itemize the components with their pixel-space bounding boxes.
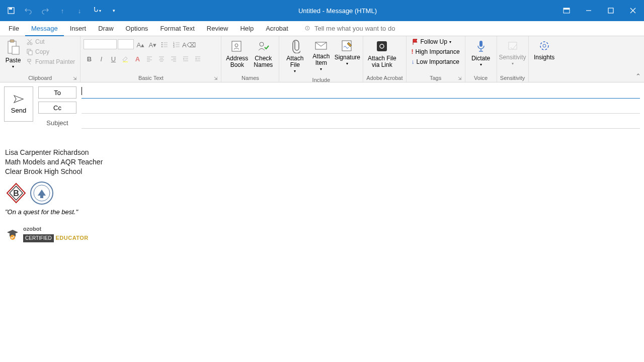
attach-via-link-label: Attach File via Link: [367, 55, 396, 68]
tab-options[interactable]: Options: [120, 22, 154, 35]
italic-button[interactable]: I: [96, 53, 107, 64]
svg-rect-59: [479, 41, 482, 47]
up-arrow-icon[interactable]: ↑: [56, 5, 68, 17]
cc-button[interactable]: Cc: [38, 102, 76, 114]
tell-me-search[interactable]: [304, 25, 415, 32]
group-include: Attach File▾ Attach Item▾ Signature▾ Inc…: [279, 36, 363, 82]
svg-rect-13: [10, 40, 14, 42]
follow-up-button[interactable]: Follow Up▾: [410, 37, 462, 46]
basic-text-label: Basic Text: [138, 75, 164, 81]
numbering-button[interactable]: 123: [171, 39, 182, 50]
tab-draw[interactable]: Draw: [92, 22, 119, 35]
school-b-logo-icon: B: [5, 182, 27, 204]
group-tags: Follow Up▾ ! High Importance ↓ Low Impor…: [407, 36, 465, 82]
maximize-button[interactable]: [600, 4, 622, 18]
dictate-label: Dictate: [471, 55, 490, 62]
tab-help[interactable]: Help: [234, 22, 260, 35]
clear-formatting-button[interactable]: A⌫: [183, 39, 194, 50]
grad-cap-icon: [5, 226, 20, 241]
paste-button[interactable]: Paste ▾: [3, 37, 23, 71]
attach-item-label: Attach Item: [309, 53, 333, 66]
tags-launcher[interactable]: ⇲: [458, 76, 462, 81]
group-adobe: Attach File via Link Adobe Acrobat: [363, 36, 406, 82]
tab-review[interactable]: Review: [201, 22, 234, 35]
low-importance-button[interactable]: ↓ Low Importance: [410, 57, 462, 66]
font-name-select[interactable]: [84, 39, 117, 49]
tab-file[interactable]: File: [3, 22, 25, 35]
address-book-button[interactable]: Address Book: [224, 37, 250, 70]
svg-point-2: [94, 7, 95, 8]
high-importance-label: High Importance: [416, 48, 460, 55]
ozobot-educator: EDUCATOR: [56, 235, 89, 241]
compose-header: Send To Cc Subject: [0, 82, 644, 133]
ribbon-display-button[interactable]: [555, 4, 578, 18]
sensitivity-group-label: Sensitivity: [500, 74, 525, 82]
touch-mouse-button[interactable]: ▾: [91, 5, 103, 17]
clipboard-launcher[interactable]: ⇲: [73, 76, 77, 81]
cc-input[interactable]: [82, 102, 640, 114]
tab-message[interactable]: Message: [25, 22, 64, 36]
sensitivity-button[interactable]: Sensitivity▾: [500, 37, 525, 68]
font-size-select[interactable]: [118, 39, 134, 49]
cut-button[interactable]: Cut: [24, 37, 77, 46]
tab-insert[interactable]: Insert: [64, 22, 93, 35]
attach-file-button[interactable]: Attach File▾: [282, 37, 307, 76]
collapse-ribbon-button[interactable]: ⌃: [635, 72, 641, 80]
svg-point-22: [162, 42, 163, 43]
high-importance-button[interactable]: ! High Importance: [410, 47, 462, 56]
adobe-label: Adobe Acrobat: [366, 74, 403, 82]
follow-up-label: Follow Up: [421, 38, 447, 45]
format-painter-label: Format Painter: [35, 58, 75, 65]
svg-rect-1: [9, 8, 12, 10]
svg-point-55: [260, 42, 264, 46]
to-button[interactable]: To: [38, 86, 76, 99]
minimize-button[interactable]: [578, 4, 600, 18]
svg-point-16: [30, 43, 32, 45]
school-seal-icon: [29, 180, 54, 206]
close-button[interactable]: [622, 4, 644, 18]
message-body[interactable]: Lisa Carpenter Richardson Math Models an…: [0, 133, 644, 247]
bold-button[interactable]: B: [84, 53, 95, 64]
align-center-button[interactable]: [156, 53, 167, 64]
check-names-label: Check Names: [252, 55, 275, 68]
svg-text:3: 3: [173, 45, 175, 48]
down-arrow-icon[interactable]: ↓: [73, 5, 86, 17]
dictate-button[interactable]: Dictate▾: [468, 37, 494, 69]
check-names-button[interactable]: Check Names: [251, 37, 276, 70]
qat-customize-button[interactable]: ▾: [108, 5, 120, 17]
font-color-button[interactable]: A: [132, 53, 143, 64]
attach-via-link-button[interactable]: Attach File via Link: [366, 37, 397, 70]
format-painter-button[interactable]: Format Painter: [24, 57, 77, 66]
tab-format-text[interactable]: Format Text: [154, 22, 200, 35]
signature-label: Signature: [335, 54, 360, 61]
signature-button[interactable]: Signature▾: [335, 37, 360, 68]
tags-label: Tags: [430, 75, 441, 81]
svg-rect-6: [608, 8, 613, 13]
svg-text:B: B: [13, 189, 19, 198]
subject-input[interactable]: [82, 117, 640, 129]
align-left-button[interactable]: [144, 53, 155, 64]
save-button[interactable]: [5, 5, 17, 17]
tab-acrobat[interactable]: Acrobat: [260, 22, 294, 35]
to-input[interactable]: [82, 86, 640, 99]
send-button[interactable]: Send: [4, 86, 33, 122]
shrink-font-button[interactable]: A▾: [147, 39, 158, 50]
grow-font-button[interactable]: A▴: [135, 39, 146, 50]
signature-logos: B: [5, 180, 639, 206]
basic-text-launcher[interactable]: ⇲: [214, 76, 218, 81]
increase-indent-button[interactable]: [192, 53, 203, 64]
redo-button[interactable]: [39, 5, 51, 17]
underline-button[interactable]: U: [108, 53, 119, 64]
insights-button[interactable]: Insights: [532, 37, 557, 63]
svg-rect-53: [232, 41, 241, 51]
align-right-button[interactable]: [168, 53, 179, 64]
svg-rect-34: [123, 61, 128, 62]
highlight-button[interactable]: [120, 53, 131, 64]
window-title: Untitled - Message (HTML): [120, 7, 555, 15]
tell-me-input[interactable]: [314, 25, 415, 32]
copy-button[interactable]: Copy: [24, 47, 77, 56]
attach-item-button[interactable]: Attach Item▾: [308, 37, 334, 74]
decrease-indent-button[interactable]: [180, 53, 191, 64]
undo-button[interactable]: [22, 5, 34, 17]
bullets-button[interactable]: [159, 39, 170, 50]
